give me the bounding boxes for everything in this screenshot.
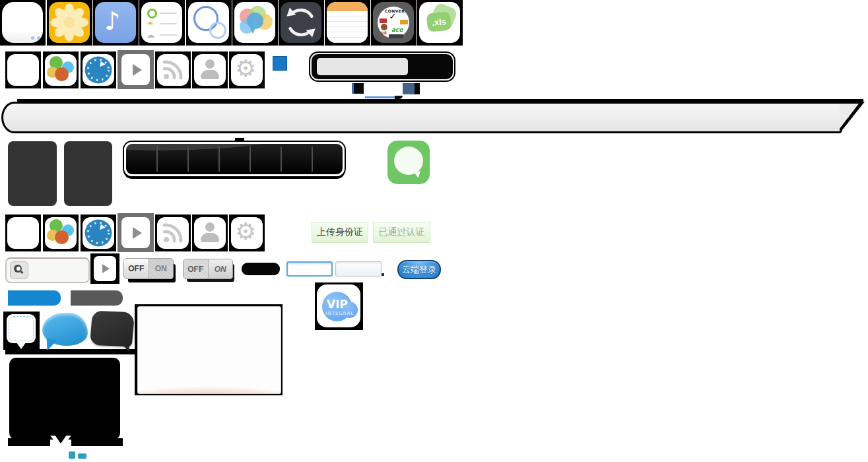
globe-icon — [83, 54, 114, 86]
icon-slot — [155, 214, 191, 251]
divider — [281, 147, 282, 172]
icon-slot — [0, 0, 46, 46]
search-field[interactable] — [5, 257, 90, 283]
list-line — [160, 34, 177, 36]
color-balls-icon[interactable] — [45, 54, 77, 86]
icon-slot — [43, 214, 79, 251]
magnifier-lens — [17, 267, 20, 271]
brand-chip-dark — [389, 34, 403, 38]
ribbon-banner — [1, 102, 842, 133]
gear-glyph: ⚙ — [235, 57, 256, 81]
music-note-icon[interactable]: ♪ — [95, 2, 136, 43]
upload-id-label: 上传身份证 — [317, 226, 363, 238]
photos-flower-icon[interactable] — [49, 2, 90, 43]
rss-icon[interactable] — [157, 54, 189, 86]
notepad-lines — [327, 11, 368, 43]
toggle-off-label: OFF — [124, 259, 149, 279]
play-triangle — [133, 227, 142, 239]
small-circle — [209, 22, 226, 39]
reminders-list-icon[interactable]: ☀ ☁ — [141, 2, 182, 43]
vip-badge-icon[interactable]: VIP INTEGRAL — [317, 284, 360, 327]
text-input-focused[interactable] — [286, 261, 333, 277]
toggle-on-label: ON — [149, 259, 174, 279]
keyboard-bar[interactable] — [124, 142, 345, 176]
vip-subtitle: INTEGRAL — [325, 312, 354, 316]
messages-green-icon[interactable] — [387, 141, 430, 184]
linked-circles-icon[interactable] — [188, 2, 229, 43]
search-input[interactable] — [317, 58, 408, 75]
gear-icon[interactable]: ⚙ — [231, 217, 263, 249]
green-ring-bullet — [147, 9, 157, 18]
dark-search-bar — [310, 53, 454, 81]
upload-id-button[interactable]: 上传身份证 — [312, 222, 368, 243]
contact-shoulders — [201, 70, 219, 79]
list-line — [160, 13, 177, 14]
toggle-switch-on[interactable]: OFF ON — [183, 259, 233, 279]
icon-slot — [186, 0, 232, 46]
toggle-on-label: ON — [208, 259, 233, 279]
brand-collage-icon[interactable]: CONVER ✓ V8 ace — [373, 2, 414, 43]
rss-glyph — [157, 54, 189, 86]
contact-head — [205, 222, 215, 232]
gear-glyph: ⚙ — [235, 220, 256, 244]
icon-slot — [232, 0, 278, 46]
contact-icon[interactable] — [194, 217, 226, 249]
bubble-tail — [17, 343, 26, 349]
dark-card — [8, 141, 57, 206]
blue-tag[interactable] — [8, 290, 61, 306]
icon-slot: ☀ ☁ — [139, 0, 185, 46]
blank-squircle-icon[interactable] — [7, 217, 39, 249]
gear-icon[interactable]: ⚙ — [231, 54, 263, 86]
dark-card — [64, 141, 112, 206]
list-line — [160, 23, 177, 24]
text-input[interactable] — [335, 261, 382, 277]
icon-slot: CONVER ✓ V8 ace — [371, 0, 417, 46]
contact-icon[interactable] — [194, 54, 226, 86]
rss-glyph — [157, 217, 189, 249]
flower-icon — [49, 2, 90, 43]
icon-slot — [47, 0, 92, 46]
callout-tail-inner — [55, 435, 67, 444]
xls-front-blob: .xls — [426, 11, 451, 32]
verified-label: 已通过认证 — [379, 226, 425, 238]
fragment-black-edge — [415, 83, 420, 94]
notepad-icon[interactable] — [327, 2, 368, 43]
brand-chip-orange — [400, 20, 408, 24]
play-icon[interactable] — [121, 217, 150, 248]
white-speech-bubble — [7, 314, 36, 343]
divider — [187, 147, 189, 172]
black-pill — [242, 263, 280, 275]
rss-icon[interactable] — [157, 217, 189, 249]
globe-ticks-icon[interactable] — [83, 217, 114, 249]
dot — [37, 36, 40, 40]
color-balls-icon[interactable] — [45, 217, 77, 249]
icon-slot — [279, 0, 324, 46]
chat-bubbles-icon[interactable] — [234, 2, 275, 43]
verified-button[interactable]: 已通过认证 — [373, 222, 430, 243]
divider — [156, 147, 158, 172]
fragment-black-strip — [71, 438, 123, 446]
large-black-callout — [7, 355, 123, 442]
blue-bubble-tail — [45, 339, 57, 352]
play-small-button[interactable] — [94, 256, 116, 281]
blank-squircle-icon[interactable] — [2, 2, 43, 43]
blank-squircle-icon[interactable] — [7, 54, 39, 86]
cloud-login-label: 云端登录 — [402, 264, 436, 276]
magnifier-badge — [10, 261, 28, 279]
notepad-header — [327, 2, 368, 11]
divider — [312, 147, 313, 172]
fragment-black-strip — [8, 438, 50, 446]
orange-ball — [55, 67, 69, 81]
globe-ticks-icon[interactable] — [83, 54, 114, 86]
play-icon[interactable] — [121, 54, 150, 85]
toggle-switch-off[interactable]: OFF ON — [123, 258, 174, 279]
sync-arrows-icon[interactable] — [281, 2, 321, 43]
fragment-teal — [69, 451, 75, 459]
gray-tag[interactable] — [71, 290, 123, 306]
fragment-slate-square — [403, 83, 415, 94]
cloud-login-button[interactable]: 云端登录 — [397, 260, 441, 279]
magnifier-handle — [20, 271, 24, 274]
icon-slot — [192, 51, 228, 88]
dot — [31, 36, 34, 40]
excel-xls-icon[interactable]: .xls — [419, 2, 460, 43]
